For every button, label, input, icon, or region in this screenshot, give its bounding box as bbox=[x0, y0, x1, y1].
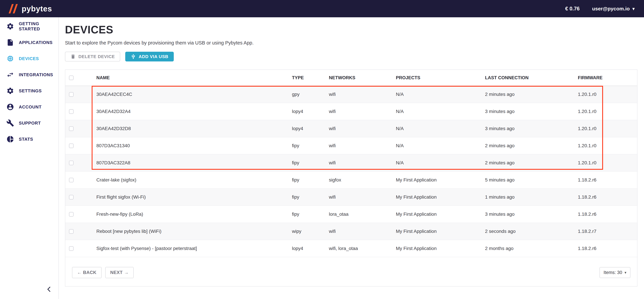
cell-last-connection: 2 minutes ago bbox=[485, 86, 578, 103]
cell-last-connection: 2 seconds ago bbox=[485, 223, 578, 240]
row-checkbox[interactable] bbox=[69, 144, 74, 148]
page-title: DEVICES bbox=[65, 24, 638, 35]
cell-last-connection: 2 months ago bbox=[485, 240, 578, 257]
sidebar-item-applications[interactable]: APPLICATIONS bbox=[0, 34, 58, 50]
table-row[interactable]: Sigfox-test (with Pysense) - [pastoor pe… bbox=[65, 240, 637, 257]
cell-type: lopy4 bbox=[292, 103, 329, 120]
cell-projects: My First Application bbox=[396, 172, 485, 188]
cell-firmware: 1.20.1.r0 bbox=[578, 86, 637, 103]
sidebar-item-devices[interactable]: DEVICES bbox=[0, 50, 58, 67]
table-row[interactable]: Crater-lake (sigfox) fipy sigfox My Firs… bbox=[65, 172, 637, 188]
chip-icon bbox=[6, 55, 14, 62]
cell-projects: My First Application bbox=[396, 223, 485, 240]
cell-name: 30AEA42CEC4C bbox=[96, 86, 292, 103]
cell-last-connection: 5 minutes ago bbox=[485, 172, 578, 188]
cell-type: gpy bbox=[292, 86, 329, 103]
sidebar-collapse-button[interactable] bbox=[45, 286, 53, 293]
topbar: pybytes € 0.76 user@pycom.io ▾ bbox=[0, 0, 644, 17]
add-via-usb-label: ADD VIA USB bbox=[139, 54, 168, 59]
delete-device-label: DELETE DEVICE bbox=[78, 54, 115, 59]
cell-type: fipy bbox=[292, 137, 329, 154]
cell-projects: My First Application bbox=[396, 206, 485, 223]
action-buttons: DELETE DEVICE ADD VIA USB bbox=[65, 52, 638, 62]
row-checkbox[interactable] bbox=[69, 178, 74, 182]
cell-projects: N/A bbox=[396, 86, 485, 103]
cell-projects: N/A bbox=[396, 154, 485, 172]
devices-table: NAME TYPE NETWORKS PROJECTS LAST CONNECT… bbox=[65, 70, 637, 257]
table-footer: ← BACK NEXT → Items: 30 ▾ bbox=[65, 257, 637, 286]
sidebar-item-support[interactable]: SUPPORT bbox=[0, 115, 58, 131]
table-row[interactable]: 807D3AC31340 fipy wifi N/A 2 minutes ago… bbox=[65, 137, 637, 154]
cell-last-connection: 3 minutes ago bbox=[485, 120, 578, 137]
cell-networks: wifi bbox=[329, 154, 396, 172]
cell-name: 30AEA42D32A4 bbox=[96, 103, 292, 120]
table-row[interactable]: First flight sigfox (Wi-Fi) fipy wifi My… bbox=[65, 188, 637, 206]
table-row[interactable]: Fresh-new-fipy (LoRa) fipy lora_otaa My … bbox=[65, 206, 637, 223]
cell-firmware: 1.18.2.r6 bbox=[578, 240, 637, 257]
sidebar-item-account[interactable]: ACCOUNT bbox=[0, 99, 58, 115]
swap-arrows-icon bbox=[6, 71, 14, 78]
cell-networks: wifi bbox=[329, 223, 396, 240]
column-header-networks: NETWORKS bbox=[329, 70, 396, 86]
column-header-name: NAME bbox=[96, 70, 292, 86]
items-per-page-dropdown[interactable]: Items: 30 ▾ bbox=[600, 267, 630, 278]
column-header-type: TYPE bbox=[292, 70, 329, 86]
usb-icon bbox=[130, 54, 136, 59]
cell-firmware: 1.18.2.r6 bbox=[578, 172, 637, 188]
cell-projects: N/A bbox=[396, 137, 485, 154]
trash-icon bbox=[70, 54, 76, 59]
row-checkbox-cell bbox=[65, 86, 96, 103]
row-checkbox[interactable] bbox=[69, 126, 74, 131]
cell-name: First flight sigfox (Wi-Fi) bbox=[96, 188, 292, 206]
select-all-checkbox[interactable] bbox=[69, 76, 74, 80]
table-row[interactable]: Reboot [new pybytes lib] (WiFi) wipy wif… bbox=[65, 223, 637, 240]
row-checkbox[interactable] bbox=[69, 109, 74, 114]
cell-firmware: 1.20.1.r0 bbox=[578, 120, 637, 137]
cell-networks: wifi bbox=[329, 137, 396, 154]
row-checkbox[interactable] bbox=[69, 195, 74, 200]
wrench-icon bbox=[6, 119, 14, 127]
table-row[interactable]: 30AEA42CEC4C gpy wifi N/A 2 minutes ago … bbox=[65, 86, 637, 103]
cell-firmware: 1.20.1.r0 bbox=[578, 154, 637, 172]
row-checkbox-cell bbox=[65, 188, 96, 206]
sidebar-item-integrations[interactable]: INTEGRATIONS bbox=[0, 67, 58, 83]
row-checkbox[interactable] bbox=[69, 229, 74, 234]
delete-device-button[interactable]: DELETE DEVICE bbox=[65, 52, 120, 62]
cell-projects: My First Application bbox=[396, 240, 485, 257]
row-checkbox[interactable] bbox=[69, 161, 74, 165]
table-row[interactable]: 807D3AC322A8 fipy wifi N/A 2 minutes ago… bbox=[65, 154, 637, 172]
devices-table-card: NAME TYPE NETWORKS PROJECTS LAST CONNECT… bbox=[65, 70, 638, 286]
cell-name: Reboot [new pybytes lib] (WiFi) bbox=[96, 223, 292, 240]
add-via-usb-button[interactable]: ADD VIA USB bbox=[125, 52, 174, 62]
column-header-firmware: FIRMWARE bbox=[578, 70, 637, 86]
row-checkbox[interactable] bbox=[69, 92, 74, 97]
row-checkbox[interactable] bbox=[69, 212, 74, 216]
sidebar-item-stats[interactable]: STATS bbox=[0, 131, 58, 147]
cell-firmware: 1.20.1.r0 bbox=[578, 103, 637, 120]
row-checkbox-cell bbox=[65, 223, 96, 240]
column-header-projects: PROJECTS bbox=[396, 70, 485, 86]
caret-down-icon: ▾ bbox=[624, 271, 626, 274]
table-row[interactable]: 30AEA42D32A4 lopy4 wifi N/A 3 minutes ag… bbox=[65, 103, 637, 120]
cell-projects: N/A bbox=[396, 103, 485, 120]
pie-chart-icon bbox=[6, 135, 14, 143]
row-checkbox[interactable] bbox=[69, 246, 74, 251]
sidebar-item-settings[interactable]: SETTINGS bbox=[0, 83, 58, 99]
gear-icon bbox=[6, 87, 14, 95]
user-menu[interactable]: user@pycom.io ▾ bbox=[592, 6, 634, 12]
cell-networks: lora_otaa bbox=[329, 206, 396, 223]
layout: GETTING STARTED APPLICATIONS DEVICES INT… bbox=[0, 17, 644, 299]
cell-networks: wifi bbox=[329, 103, 396, 120]
sidebar-nav: GETTING STARTED APPLICATIONS DEVICES INT… bbox=[0, 18, 58, 147]
cell-firmware: 1.20.1.r0 bbox=[578, 137, 637, 154]
back-button[interactable]: ← BACK bbox=[72, 267, 102, 278]
balance-text: € 0.76 bbox=[565, 6, 580, 12]
cell-networks: wifi, lora_otaa bbox=[329, 240, 396, 257]
row-checkbox-cell bbox=[65, 120, 96, 137]
table-row[interactable]: 30AEA42D32D8 lopy4 wifi N/A 3 minutes ag… bbox=[65, 120, 637, 137]
sidebar-item-getting-started[interactable]: GETTING STARTED bbox=[0, 18, 58, 34]
cell-name: 807D3AC322A8 bbox=[96, 154, 292, 172]
brand-logo[interactable]: pybytes bbox=[6, 4, 52, 14]
chevron-left-icon bbox=[45, 286, 53, 293]
next-button[interactable]: NEXT → bbox=[105, 267, 134, 278]
